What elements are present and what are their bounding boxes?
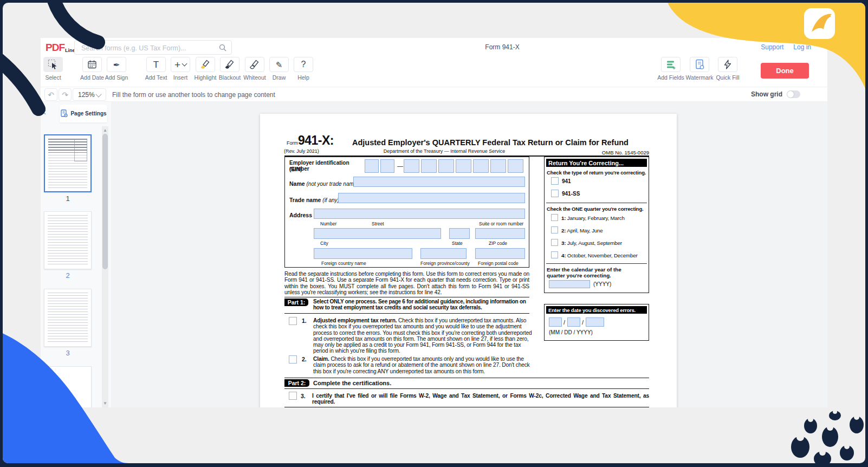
date-dd-input[interactable]: [567, 317, 580, 327]
name-input[interactable]: [353, 177, 525, 187]
page-thumbnail-2[interactable]: [44, 211, 92, 269]
item3-number: 3.: [301, 393, 306, 399]
quarter-1: 1: January, February, March: [561, 215, 625, 221]
chevron-down-icon: [182, 61, 187, 67]
page-number-3[interactable]: 3: [44, 349, 92, 357]
pdfliner-logo[interactable]: PDFLiner: [46, 42, 76, 54]
search-icon[interactable]: [219, 44, 226, 51]
add-fields-icon: [665, 59, 676, 70]
redo-button[interactable]: ↷: [59, 88, 72, 101]
quarter-4: 4: October, November, December: [561, 252, 637, 258]
checkbox-item-2[interactable]: [289, 355, 297, 364]
page-thumbnail-3[interactable]: [44, 289, 92, 347]
divider: [284, 407, 649, 407]
checkbox-q4[interactable]: [551, 251, 558, 258]
show-grid-toggle[interactable]: [787, 90, 800, 98]
year-input[interactable]: [549, 280, 590, 288]
form-dept: Department of the Treasury — Internal Re…: [309, 148, 580, 154]
checkbox-item-1[interactable]: [289, 317, 297, 325]
checkbox-941ss[interactable]: [551, 190, 559, 197]
chevron-down-icon: [95, 91, 101, 97]
ein-boxes-second[interactable]: [404, 159, 523, 173]
ein-boxes-first[interactable]: [365, 159, 394, 173]
show-grid-control: Show grid: [751, 90, 800, 98]
date-yyyy-input[interactable]: [586, 317, 604, 327]
divider: [546, 203, 647, 203]
tool-add-sign[interactable]: ✒ Add Sign: [99, 57, 134, 81]
pdfliner-app: PDFLiner Form 941-X Support Log in Selec…: [41, 38, 827, 407]
foreign-country-input[interactable]: [314, 248, 412, 259]
foreign-province-input[interactable]: [420, 248, 467, 259]
date-sep-1: /: [563, 319, 565, 326]
lightning-icon: [723, 60, 733, 69]
page-settings-icon: [60, 109, 68, 118]
collapse-sidebar-icon[interactable]: ‹: [43, 106, 46, 116]
street-sublabel: Street: [372, 221, 384, 226]
tool-help[interactable]: ? Help: [286, 57, 321, 81]
zoom-select[interactable]: 125%: [73, 88, 106, 101]
logo-pdf-text: PDF: [46, 42, 64, 53]
divider: [284, 297, 529, 297]
plus-icon: +: [174, 60, 180, 70]
checkbox-item-3[interactable]: [289, 392, 297, 400]
thumbnail-preview: [48, 293, 88, 343]
toolbar-hint: Fill the form or use another tools to ch…: [112, 91, 275, 99]
part1-badge: Part 1:: [284, 299, 308, 306]
date-sep-2: /: [582, 319, 584, 326]
date-mm-input[interactable]: [549, 317, 562, 327]
item2-number: 2.: [302, 356, 307, 362]
thumbnail-preview: [74, 139, 87, 161]
screenshot-frame: PDFLiner Form 941-X Support Log in Selec…: [0, 0, 868, 467]
state-sublabel: State: [452, 241, 463, 246]
city-sublabel: City: [320, 241, 328, 246]
page-settings-label: Page Settings: [70, 111, 106, 116]
undo-button[interactable]: ↶: [44, 88, 57, 101]
text-icon: T: [153, 60, 159, 69]
scroll-up-icon[interactable]: ▲: [102, 128, 108, 133]
date-discovered-block: Enter the date you discovered errors. / …: [544, 304, 649, 341]
login-link[interactable]: Log in: [793, 43, 811, 51]
label-941ss: 941-SS: [562, 191, 580, 197]
zip-input[interactable]: [475, 228, 525, 239]
name-label: Name (not your trade name): [289, 180, 359, 187]
page-thumbnail-4[interactable]: [44, 366, 92, 407]
checkbox-q3[interactable]: [551, 239, 558, 246]
paw-prints: [791, 410, 864, 463]
checkbox-941[interactable]: [551, 177, 559, 185]
city-input[interactable]: [314, 228, 441, 239]
search-input[interactable]: [80, 41, 212, 55]
divider: [284, 388, 649, 389]
divider: [284, 378, 649, 378]
item1-number: 1.: [302, 317, 307, 324]
form-941x-page: Form 941-X: (Rev. July 2021) Adjusted Em…: [260, 114, 677, 407]
checkbox-q2[interactable]: [551, 226, 558, 234]
scroll-down-icon[interactable]: ▼: [102, 401, 108, 406]
address-input[interactable]: [314, 209, 525, 219]
tool-select[interactable]: Select: [36, 57, 70, 81]
employer-info-block: Employer identification number (EIN) — N…: [284, 157, 529, 268]
editor-content: ‹ Page Settings 1 2 3: [41, 102, 827, 407]
sidebar-scrollbar[interactable]: ▲ ▼: [102, 126, 108, 407]
page-settings-tab[interactable]: Page Settings: [60, 105, 107, 122]
sub-toolbar: ↶ ↷ 125% Fill the form or use another to…: [41, 87, 827, 102]
label-941: 941: [562, 178, 571, 184]
yyyy-hint: (YYYY): [593, 281, 611, 287]
page-thumbnail-1[interactable]: [44, 134, 92, 192]
state-input[interactable]: [449, 228, 470, 239]
checkbox-q1[interactable]: [551, 214, 558, 221]
support-link[interactable]: Support: [761, 43, 783, 51]
form-intro: Read the separate instructions before co…: [284, 271, 529, 295]
tool-quick-fill[interactable]: Quick Fill: [710, 57, 745, 81]
page-number-1[interactable]: 1: [44, 194, 92, 203]
show-grid-label: Show grid: [751, 90, 782, 98]
ein-label-2: (EIN): [289, 166, 302, 172]
brand-mark-stroke: [813, 16, 831, 30]
highlight-brush-icon: [200, 59, 211, 70]
done-button[interactable]: Done: [761, 63, 809, 79]
scrollbar-thumb[interactable]: [102, 134, 108, 269]
pages-sidebar: ‹ Page Settings 1 2 3: [41, 102, 111, 407]
trade-name-input[interactable]: [338, 193, 525, 203]
foreign-postal-input[interactable]: [475, 248, 525, 259]
ein-dash: —: [397, 163, 403, 169]
page-number-2[interactable]: 2: [44, 271, 92, 280]
